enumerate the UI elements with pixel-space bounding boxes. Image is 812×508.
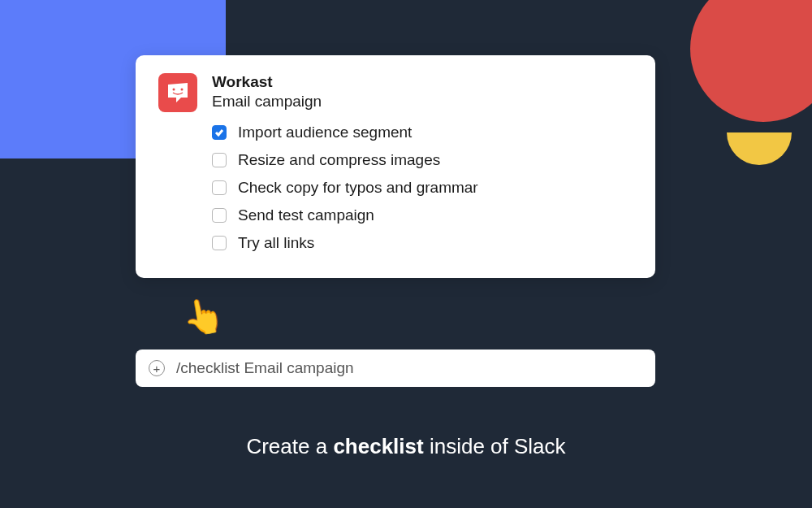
svg-point-1 (181, 89, 184, 91)
caption-bold: checklist (333, 434, 423, 458)
item-label: Import audience segment (238, 124, 412, 141)
item-label: Check copy for typos and grammar (238, 179, 478, 197)
item-label: Try all links (238, 234, 314, 252)
checklist-item: Try all links (212, 234, 633, 252)
caption-suffix: inside of Slack (424, 434, 566, 458)
checklist-item: Check copy for typos and grammar (212, 179, 633, 197)
checklist-items: Import audience segment Resize and compr… (212, 124, 633, 252)
checkbox[interactable] (212, 236, 227, 250)
checkbox[interactable] (212, 208, 227, 223)
plus-icon[interactable]: + (149, 360, 165, 376)
app-name: Workast (212, 73, 322, 91)
checklist-title: Email campaign (212, 93, 322, 111)
checklist-item: Import audience segment (212, 124, 633, 141)
decorative-yellow-half-circle (727, 132, 792, 165)
checkbox[interactable] (212, 180, 227, 195)
promo-caption: Create a checklist inside of Slack (0, 434, 812, 459)
checklist-item: Send test campaign (212, 206, 633, 224)
checklist-card: Workast Email campaign Import audience s… (136, 55, 655, 278)
input-command-text: /checklist Email campaign (176, 359, 354, 377)
svg-point-0 (173, 89, 175, 91)
item-label: Resize and compress images (238, 151, 440, 169)
pointer-cursor-icon: 👆 (179, 293, 227, 340)
checkbox[interactable] (212, 153, 227, 167)
card-header: Workast Email campaign (158, 73, 633, 112)
checklist-item: Resize and compress images (212, 151, 633, 169)
slack-message-input[interactable]: + /checklist Email campaign (136, 350, 655, 387)
workast-app-icon (158, 73, 197, 112)
item-label: Send test campaign (238, 206, 374, 224)
checkbox[interactable] (212, 125, 227, 140)
caption-prefix: Create a (246, 434, 333, 458)
decorative-red-circle (690, 0, 812, 122)
